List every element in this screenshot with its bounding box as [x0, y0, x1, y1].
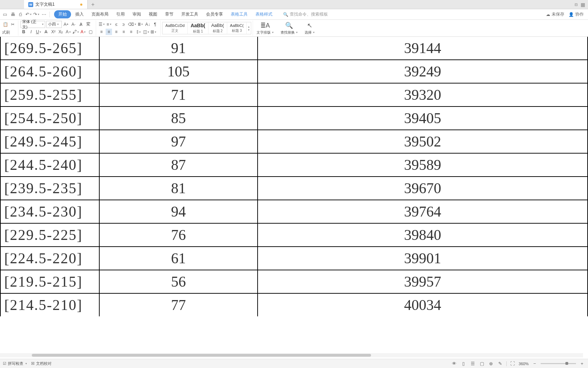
- text-layout-button[interactable]: ≣A 文字排版▾: [253, 21, 277, 36]
- tab-start[interactable]: 开始: [54, 10, 71, 18]
- italic-icon[interactable]: I: [28, 29, 34, 35]
- new-tab-button[interactable]: +: [88, 0, 98, 9]
- cell-count[interactable]: 56: [99, 270, 258, 293]
- cell-cumulative[interactable]: 39502: [258, 130, 588, 153]
- edit-mode-icon[interactable]: ✎: [497, 361, 504, 367]
- tab-view[interactable]: 视图: [145, 10, 161, 19]
- scrollbar-thumb[interactable]: [32, 354, 371, 357]
- collab-button[interactable]: 👤 协作: [569, 11, 584, 17]
- align-left-icon[interactable]: ≡: [98, 29, 105, 35]
- font-name-select[interactable]: 宋体 (正文)▾: [20, 21, 45, 28]
- zoom-value[interactable]: 360%: [519, 362, 529, 366]
- superscript-icon[interactable]: X²: [50, 29, 57, 35]
- line-spacing-icon[interactable]: ‡▾: [135, 29, 142, 35]
- cell-range[interactable]: [259.5-255]: [0, 83, 99, 107]
- window-layout-icon[interactable]: ⧈: [575, 1, 578, 7]
- align-dist-icon[interactable]: ≡: [128, 29, 134, 35]
- text-direction-icon[interactable]: Ⅲ▾: [137, 21, 143, 28]
- cell-range[interactable]: [254.5-250]: [0, 107, 99, 130]
- zoom-slider-thumb[interactable]: [565, 362, 568, 365]
- print-icon[interactable]: 🖶: [9, 11, 16, 18]
- zoom-slider[interactable]: [541, 363, 576, 364]
- tab-devtools[interactable]: 开发工具: [178, 10, 202, 19]
- style-h3[interactable]: AaBbC(标题 3: [227, 22, 247, 34]
- show-marks-icon[interactable]: ¶: [152, 21, 158, 28]
- cell-count[interactable]: 105: [99, 60, 258, 83]
- cell-cumulative[interactable]: 39670: [258, 177, 588, 200]
- style-h1[interactable]: AaBb(标题 1: [188, 22, 208, 34]
- print-preview-icon[interactable]: ⎙: [17, 11, 24, 18]
- cell-range[interactable]: [244.5-240]: [0, 153, 99, 177]
- zoom-in-icon[interactable]: +: [579, 361, 585, 367]
- page-view-icon[interactable]: ▯: [460, 361, 467, 367]
- table-row[interactable]: [259.5-255]7139320: [0, 83, 588, 107]
- qab-more-icon[interactable]: ⋯: [40, 11, 47, 18]
- cell-count[interactable]: 81: [99, 177, 258, 200]
- bold-icon[interactable]: B: [20, 29, 27, 35]
- tab-member[interactable]: 会员专享: [202, 10, 227, 19]
- table-row[interactable]: [234.5-230]9439764: [0, 200, 588, 223]
- cell-count[interactable]: 94: [99, 200, 258, 223]
- cell-count[interactable]: 76: [99, 223, 258, 247]
- document-tab[interactable]: W 文字文稿1: [24, 0, 88, 9]
- redo-icon[interactable]: ↷▾: [33, 11, 40, 18]
- web-view-icon[interactable]: ⊕: [488, 361, 494, 367]
- cell-count[interactable]: 71: [99, 83, 258, 107]
- table-row[interactable]: [214.5-210]7740034: [0, 293, 588, 316]
- cell-cumulative[interactable]: 40034: [258, 293, 588, 316]
- cell-range[interactable]: [234.5-230]: [0, 200, 99, 223]
- save-icon[interactable]: ▭: [1, 11, 8, 18]
- align-justify-icon[interactable]: ≡: [120, 29, 127, 35]
- tab-section[interactable]: 章节: [161, 10, 177, 19]
- cell-count[interactable]: 61: [99, 247, 258, 270]
- cell-range[interactable]: [214.5-210]: [0, 293, 99, 316]
- unsaved-indicator[interactable]: ☁ 未保存: [546, 11, 564, 17]
- find-replace-button[interactable]: 🔍 查找替换▾: [277, 21, 301, 36]
- style-gallery[interactable]: AaBbCcDd正文 AaBb(标题 1 AaBb(标题 2 AaBbC(标题 …: [162, 22, 251, 34]
- bullet-list-icon[interactable]: ☰▾: [98, 21, 105, 28]
- tab-pagelayout[interactable]: 页面布局: [88, 10, 112, 19]
- cell-count[interactable]: 91: [99, 37, 258, 60]
- highlight-icon[interactable]: 🖍▾: [72, 29, 79, 35]
- char-border-icon[interactable]: ▢: [87, 29, 94, 35]
- shrink-font-icon[interactable]: A-: [70, 21, 77, 28]
- table-row[interactable]: [254.5-250]8539405: [0, 107, 588, 130]
- indent-inc-icon[interactable]: ≥: [120, 21, 127, 28]
- cell-range[interactable]: [269.5-265]: [0, 37, 99, 60]
- cell-range[interactable]: [239.5-235]: [0, 177, 99, 200]
- command-search[interactable]: 🔍 查找命令、搜索模板: [283, 11, 328, 17]
- cell-cumulative[interactable]: 39249: [258, 60, 588, 83]
- cell-count[interactable]: 85: [99, 107, 258, 130]
- undo-icon[interactable]: ↶▾: [25, 11, 32, 18]
- zoom-out-icon[interactable]: −: [531, 361, 538, 367]
- style-normal[interactable]: AaBbCcDd正文: [163, 22, 188, 34]
- format-painter-label[interactable]: 式刷: [2, 29, 10, 35]
- sort-icon[interactable]: A↓: [145, 21, 151, 28]
- select-button[interactable]: ↖ 选择▾: [301, 21, 318, 36]
- cell-range[interactable]: [224.5-220]: [0, 247, 99, 270]
- font-color-icon[interactable]: A▾: [80, 29, 86, 35]
- cell-cumulative[interactable]: 39901: [258, 247, 588, 270]
- table-row[interactable]: [219.5-215]5639957: [0, 270, 588, 293]
- reading-view-icon[interactable]: ▢: [479, 361, 485, 367]
- horizontal-scrollbar[interactable]: [0, 353, 583, 357]
- spell-check-toggle[interactable]: ☑拼写检查▾: [3, 361, 27, 366]
- table-row[interactable]: [249.5-245]9739502: [0, 130, 588, 153]
- tab-tablestyle[interactable]: 表格样式: [252, 10, 276, 19]
- cell-cumulative[interactable]: 39840: [258, 223, 588, 247]
- align-right-icon[interactable]: ≡: [113, 29, 119, 35]
- table-row[interactable]: [264.5-260]10539249: [0, 60, 588, 83]
- table-row[interactable]: [224.5-220]6139901: [0, 247, 588, 270]
- table-row[interactable]: [239.5-235]8139670: [0, 177, 588, 200]
- grow-font-icon[interactable]: A+: [63, 21, 69, 28]
- cell-cumulative[interactable]: 39589: [258, 153, 588, 177]
- style-more-icon[interactable]: ▴▾: [247, 22, 251, 34]
- paste-icon[interactable]: 📋: [2, 21, 8, 28]
- table-row[interactable]: [229.5-225]7639840: [0, 223, 588, 247]
- doc-compare-toggle[interactable]: ☒文档校对: [31, 361, 52, 366]
- tab-tabletools[interactable]: 表格工具: [227, 10, 251, 19]
- style-h2[interactable]: AaBb(标题 2: [208, 22, 227, 34]
- phonetic-icon[interactable]: 変: [85, 21, 92, 28]
- clear-para-icon[interactable]: ⌫▾: [128, 21, 136, 28]
- data-table[interactable]: [269.5-265]9139144[264.5-260]10539249[25…: [0, 37, 588, 316]
